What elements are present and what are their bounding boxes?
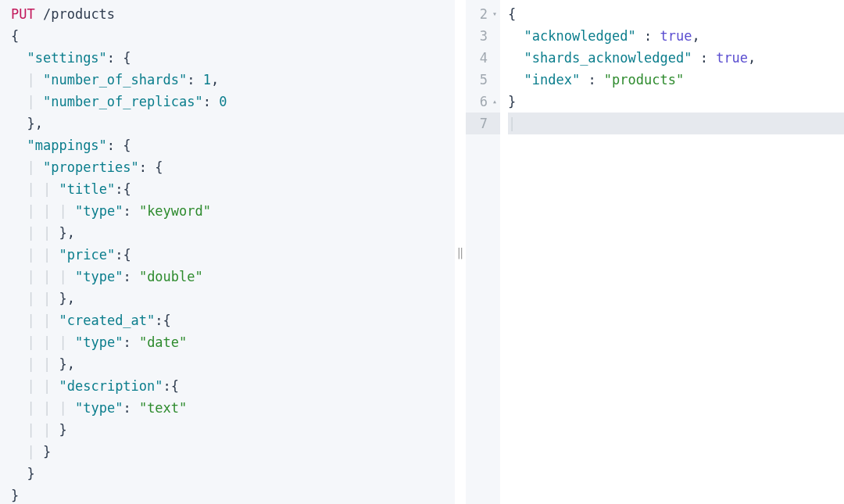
fold-close-icon[interactable]: ▴ <box>489 91 497 113</box>
code-line[interactable]: | | | "type": "text" <box>11 397 455 419</box>
gutter-line[interactable]: 5 <box>466 69 500 91</box>
gutter-line[interactable]: 4 <box>466 47 500 69</box>
code-line[interactable]: | } <box>11 441 455 463</box>
code-line[interactable]: | "number_of_replicas": 0 <box>11 91 455 113</box>
code-line[interactable]: | | | "type": "date" <box>11 331 455 353</box>
fold-open-icon[interactable]: ▾ <box>489 3 497 25</box>
code-line[interactable]: | | "price":{ <box>11 244 455 266</box>
gutter-line[interactable]: 3 <box>466 25 500 47</box>
http-path: /products <box>43 6 115 22</box>
code-line[interactable]: | "properties": { <box>11 156 455 178</box>
response-code[interactable]: { "acknowledged" : true, "shards_acknowl… <box>500 0 844 504</box>
code-line[interactable]: } <box>11 463 455 484</box>
response-viewer[interactable]: 2▾ 3 4 5 6▴ 7 { "acknowledged" : true, "… <box>466 0 844 504</box>
code-line[interactable]: "index" : "products" <box>508 69 844 91</box>
code-line[interactable]: | | "description":{ <box>11 375 455 397</box>
code-line[interactable]: { <box>508 3 844 25</box>
code-line[interactable]: "shards_acknowledged" : true, <box>508 47 844 69</box>
code-line[interactable]: PUT /products <box>11 3 455 25</box>
code-line[interactable]: "acknowledged" : true, <box>508 25 844 47</box>
code-line[interactable]: | | } <box>11 419 455 441</box>
code-line[interactable]: | | | "type": "keyword" <box>11 200 455 222</box>
code-line[interactable]: }, <box>11 113 455 134</box>
drag-handle-icon: ‖ <box>457 246 463 259</box>
gutter-line[interactable]: 7 <box>466 113 500 134</box>
code-line[interactable]: | | }, <box>11 288 455 309</box>
gutter-line[interactable]: 6▴ <box>466 91 500 113</box>
pane-splitter[interactable]: ‖ <box>455 0 466 504</box>
code-line[interactable]: | | }, <box>11 222 455 244</box>
code-line[interactable]: "settings": { <box>11 47 455 69</box>
code-line[interactable]: | | "created_at":{ <box>11 309 455 331</box>
code-line[interactable]: | | }, <box>11 353 455 375</box>
code-line[interactable]: | | "title":{ <box>11 178 455 200</box>
code-line[interactable]: | "number_of_shards": 1, <box>11 69 455 91</box>
code-line[interactable]: } <box>11 484 455 504</box>
gutter-line[interactable]: 2▾ <box>466 3 500 25</box>
line-gutter: 2▾ 3 4 5 6▴ 7 <box>466 0 500 504</box>
code-line[interactable]: } <box>508 91 844 113</box>
code-line[interactable]: "mappings": { <box>11 134 455 156</box>
code-line[interactable]: { <box>11 25 455 47</box>
request-editor[interactable]: PUT /products { "settings": { | "number_… <box>0 0 455 504</box>
http-method: PUT <box>11 6 35 22</box>
code-line[interactable]: | <box>508 113 844 134</box>
code-line[interactable]: | | | "type": "double" <box>11 266 455 288</box>
